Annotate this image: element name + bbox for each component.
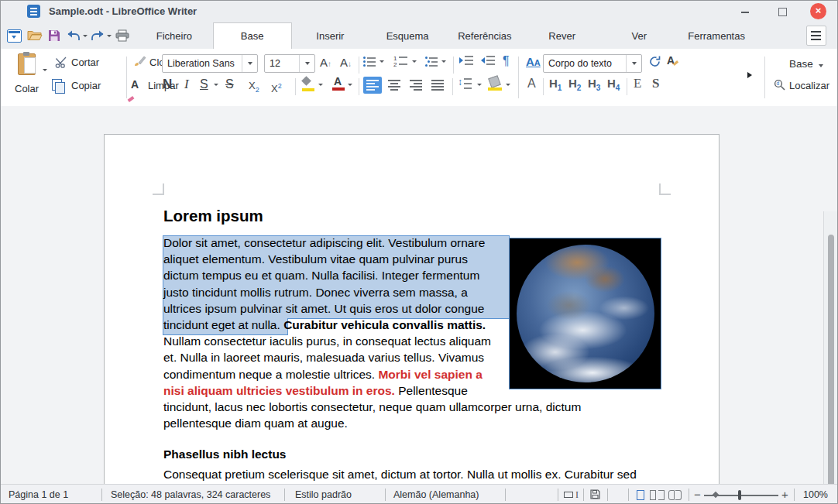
highlight-color-icon[interactable]: [301, 77, 314, 91]
document-workspace[interactable]: Lorem ipsum Dolor sit amet, consectetur …: [1, 106, 838, 484]
font-name-dropdown[interactable]: [242, 55, 257, 72]
zoom-slider-handle[interactable]: [738, 490, 741, 500]
earth-globe: [517, 245, 654, 382]
multi-page-view-icon2[interactable]: [658, 490, 665, 500]
tab-ferramentas[interactable]: Ferramentas: [678, 22, 755, 49]
text-segment: dictum tempus eu et quam. Nulla facilisi…: [163, 269, 479, 282]
paragraph-style-dropdown[interactable]: [626, 55, 641, 72]
earth-image[interactable]: [509, 238, 661, 389]
zoom-in-button[interactable]: +: [781, 488, 788, 501]
document-last-line[interactable]: Consequat pretium scelerisque sit amet, …: [163, 468, 637, 482]
bullet-list-dropdown[interactable]: [380, 60, 384, 63]
paragraph-style-combo[interactable]: Corpo do texto: [543, 54, 642, 73]
line-spacing-dropdown[interactable]: [477, 84, 482, 86]
single-page-view-icon[interactable]: [637, 490, 644, 500]
grow-font-button[interactable]: A↑: [320, 55, 331, 72]
zoom-snap-marker: [713, 492, 719, 498]
page-style-status[interactable]: Estilo padrão: [295, 489, 352, 500]
bullet-list-icon[interactable]: [362, 56, 376, 68]
underline-dropdown[interactable]: [214, 84, 218, 86]
strikethrough-button[interactable]: S: [225, 77, 234, 92]
edit-style-icon[interactable]: A: [667, 54, 678, 67]
tab-ver[interactable]: Ver: [601, 22, 678, 49]
scrollbar-thumb[interactable]: [828, 235, 834, 504]
tab-inserir[interactable]: Inserir: [292, 22, 369, 49]
subscript-button[interactable]: X2: [249, 78, 259, 98]
italic-button[interactable]: I: [184, 77, 189, 92]
paragraph-background-dropdown[interactable]: [506, 84, 510, 86]
minimize-button[interactable]: [738, 5, 752, 18]
increase-indent-icon[interactable]: [459, 56, 473, 68]
vertical-scrollbar[interactable]: [823, 211, 838, 504]
font-name-combo[interactable]: Liberation Sans: [162, 54, 258, 73]
style-heading2-button[interactable]: H2: [568, 77, 581, 92]
tab-rever[interactable]: Rever: [524, 22, 601, 49]
bold-button[interactable]: N: [163, 77, 172, 92]
superscript-button[interactable]: X2: [271, 78, 282, 97]
redo-button[interactable]: [91, 28, 112, 43]
style-default-button[interactable]: A: [527, 77, 536, 91]
tab-ficheiro[interactable]: Ficheiro: [136, 22, 213, 49]
align-center-button[interactable]: [385, 77, 404, 94]
insert-mode-cursor-icon[interactable]: I: [575, 489, 579, 501]
book-view-icon2[interactable]: [675, 490, 682, 500]
style-heading4-button[interactable]: H4: [607, 77, 620, 92]
underline-button[interactable]: S: [200, 77, 208, 92]
text-line[interactable]: pellentesque diam quam at augue.: [163, 417, 581, 433]
highlight-color-dropdown[interactable]: [318, 84, 323, 86]
font-size-dropdown[interactable]: [299, 55, 314, 72]
numbered-list-dropdown[interactable]: [412, 60, 417, 63]
open-button[interactable]: [27, 28, 43, 43]
text-segment: aliquet elementum. Vestibulum vitae quam…: [163, 252, 468, 266]
restore-button[interactable]: [775, 5, 789, 18]
document-heading2[interactable]: Phasellus nibh lectus: [163, 447, 287, 461]
tab-esquema[interactable]: Esquema: [369, 22, 446, 49]
paste-dropdown-caret[interactable]: [43, 69, 47, 71]
character-style-icon[interactable]: AA: [526, 54, 541, 70]
update-style-icon[interactable]: [648, 55, 661, 68]
style-heading1-button[interactable]: H1: [549, 77, 562, 92]
paste-button[interactable]: Colar: [10, 52, 50, 101]
word-count-status[interactable]: Seleção: 48 palavras, 324 caracteres: [111, 489, 270, 500]
close-button[interactable]: ×: [810, 3, 826, 19]
style-strong-button[interactable]: S: [652, 76, 659, 91]
redo-dropdown-caret[interactable]: [107, 35, 112, 37]
style-quote-button[interactable]: E: [634, 76, 641, 91]
outline-list-dropdown[interactable]: [441, 60, 446, 63]
document-heading1[interactable]: Lorem ipsum: [163, 207, 263, 225]
tab-base[interactable]: Base: [213, 22, 292, 49]
undo-dropdown-caret[interactable]: [83, 35, 88, 37]
font-color-icon[interactable]: A: [331, 75, 344, 91]
document-page[interactable]: Lorem ipsum Dolor sit amet, consectetur …: [104, 134, 720, 484]
tab-referências[interactable]: Referências: [446, 22, 524, 49]
text-line[interactable]: tincidunt, lacus nec lobortis consectetu…: [163, 400, 581, 417]
style-heading3-button[interactable]: H3: [588, 77, 600, 92]
outline-list-icon[interactable]: [424, 56, 438, 68]
paragraph-background-icon[interactable]: [487, 77, 501, 91]
numbered-list-icon[interactable]: 12: [393, 55, 407, 67]
zoom-out-button[interactable]: −: [694, 488, 701, 501]
document-modified-icon[interactable]: [590, 489, 600, 499]
language-status[interactable]: Alemão (Alemanha): [393, 489, 479, 500]
align-left-button[interactable]: [363, 77, 382, 94]
menubar-toggle-button[interactable]: [7, 28, 22, 43]
font-color-dropdown[interactable]: [348, 84, 352, 86]
shrink-font-button[interactable]: A↓: [340, 55, 352, 72]
multi-page-view-icon[interactable]: [650, 490, 656, 500]
line-spacing-icon[interactable]: ↕: [458, 78, 472, 91]
overwrite-mode-icon[interactable]: [564, 492, 573, 498]
undo-button[interactable]: [67, 28, 88, 43]
toolbar-overflow-arrow[interactable]: [747, 72, 752, 78]
decrease-indent-icon[interactable]: [481, 56, 495, 68]
book-view-icon[interactable]: [668, 490, 675, 500]
align-right-button[interactable]: [407, 77, 425, 94]
font-size-combo[interactable]: 12: [264, 54, 315, 73]
zoom-level-status[interactable]: 100%: [803, 489, 828, 500]
align-justify-button[interactable]: [428, 77, 447, 94]
page-number-status[interactable]: Página 1 de 1: [9, 489, 68, 500]
style-group-selector[interactable]: Base: [789, 58, 823, 70]
menu-button[interactable]: [806, 26, 826, 46]
print-button[interactable]: [115, 28, 129, 43]
save-button[interactable]: [48, 28, 60, 43]
formatting-marks-icon[interactable]: ¶: [503, 53, 510, 69]
